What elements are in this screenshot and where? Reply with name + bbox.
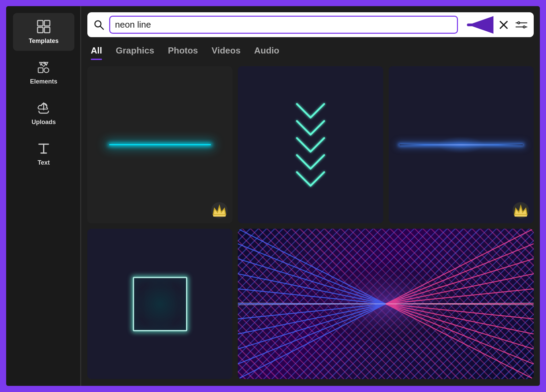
svg-rect-18	[515, 215, 527, 217]
grid-item-neon-photo[interactable]	[238, 229, 534, 379]
grid-item-cyan-line[interactable]	[87, 66, 232, 223]
app-container: Templates Elements Uploads	[4, 4, 542, 388]
neon-lines-photo	[238, 229, 534, 379]
svg-rect-0	[38, 20, 43, 26]
svg-rect-17	[213, 215, 226, 217]
tab-photos[interactable]: Photos	[168, 45, 198, 59]
tab-all[interactable]: All	[91, 45, 102, 59]
svg-rect-2	[38, 27, 43, 33]
main-panel: All Graphics Photos Videos Audio	[81, 6, 540, 386]
text-label: Text	[38, 159, 50, 166]
svg-point-5	[44, 68, 49, 73]
filter-button[interactable]	[515, 19, 528, 31]
search-bar	[87, 12, 534, 37]
svg-rect-3	[44, 27, 50, 33]
grid-item-chevrons[interactable]	[238, 66, 383, 223]
content-grid	[81, 59, 540, 386]
uploads-label: Uploads	[31, 119, 56, 126]
premium-badge-cyan	[211, 202, 228, 218]
grid-item-neon-square[interactable]	[87, 229, 232, 379]
tab-audio[interactable]: Audio	[254, 45, 279, 59]
sidebar-item-templates[interactable]: Templates	[13, 13, 74, 51]
search-icon	[94, 19, 104, 30]
tab-graphics[interactable]: Graphics	[116, 45, 154, 59]
chevrons-graphic	[290, 94, 331, 196]
premium-badge-flare	[513, 202, 529, 218]
svg-rect-1	[44, 20, 50, 26]
svg-line-7	[100, 26, 103, 29]
sidebar: Templates Elements Uploads	[6, 6, 81, 386]
elements-label: Elements	[30, 78, 57, 85]
search-input-wrap	[109, 16, 458, 34]
neon-square-graphic	[133, 277, 187, 331]
cyan-neon-line	[109, 144, 211, 145]
perspective-lines	[238, 229, 534, 379]
templates-label: Templates	[29, 37, 59, 45]
arrow-annotation	[463, 16, 493, 34]
sidebar-item-uploads[interactable]: Uploads	[13, 94, 74, 132]
templates-icon	[36, 19, 51, 34]
search-actions	[498, 19, 528, 31]
crown-icon-2	[513, 202, 529, 218]
text-icon	[36, 141, 51, 156]
uploads-icon	[36, 100, 51, 115]
sidebar-item-text[interactable]: Text	[13, 135, 74, 172]
svg-rect-4	[38, 68, 43, 73]
blue-lens-flare	[400, 144, 523, 146]
elements-icon	[36, 60, 51, 75]
sidebar-item-elements[interactable]: Elements	[13, 54, 74, 91]
clear-search-button[interactable]	[498, 19, 509, 30]
tab-videos[interactable]: Videos	[212, 45, 241, 59]
tabs-bar: All Graphics Photos Videos Audio	[81, 37, 540, 59]
crown-icon	[211, 202, 228, 218]
grid-item-blue-flare[interactable]	[389, 66, 534, 223]
search-input[interactable]	[115, 19, 452, 30]
